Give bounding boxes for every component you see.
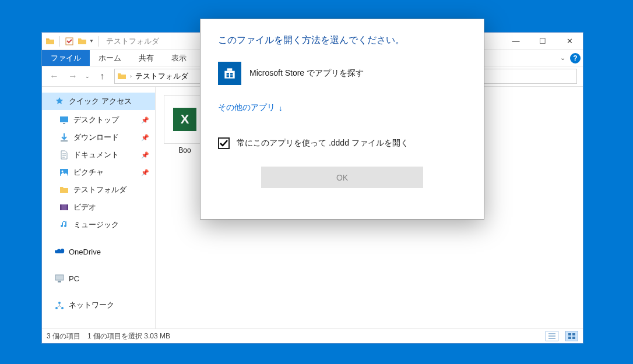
svg-point-12 <box>61 307 64 309</box>
sidebar-item-label: ミュージック <box>73 220 119 230</box>
folder-small-icon[interactable] <box>78 37 87 46</box>
window-title: テストフォルダ <box>106 36 159 47</box>
onedrive-icon <box>54 248 65 256</box>
sidebar-item-label: ダウンロード <box>73 132 119 143</box>
desktop-icon <box>58 115 70 125</box>
pin-icon: 📌 <box>141 151 149 159</box>
pin-icon: 📌 <box>141 169 149 176</box>
nav-back-icon[interactable]: ← <box>48 71 61 82</box>
sidebar-item-pictures[interactable]: ピクチャ 📌 <box>42 164 155 181</box>
nav-up-icon[interactable]: ↑ <box>96 71 108 82</box>
sidebar-item-downloads[interactable]: ダウンロード 📌 <box>42 129 155 146</box>
svg-point-5 <box>62 171 64 172</box>
ms-store-icon <box>218 62 241 85</box>
svg-rect-2 <box>63 123 65 124</box>
separator <box>59 36 60 47</box>
svg-rect-15 <box>572 333 575 335</box>
sidebar-item-label: テストフォルダ <box>73 185 126 195</box>
chevron-down-icon: ↓ <box>279 104 283 112</box>
sidebar-item-videos[interactable]: ビデオ <box>42 199 155 216</box>
sidebar-item-network[interactable]: ネットワーク <box>42 296 155 314</box>
svg-point-13 <box>58 302 61 304</box>
view-details-button[interactable] <box>546 331 558 341</box>
sidebar-item-label: ビデオ <box>73 202 96 213</box>
sidebar-item-label: クイック アクセス <box>69 96 132 107</box>
folder-icon <box>58 185 70 195</box>
music-icon <box>58 220 70 229</box>
qat-dropdown-icon[interactable]: ▼ <box>89 38 94 44</box>
pin-icon: 📌 <box>141 116 149 124</box>
svg-rect-10 <box>58 281 61 282</box>
always-use-checkbox[interactable] <box>218 137 230 149</box>
svg-rect-7 <box>60 204 62 210</box>
status-item-count: 3 個の項目 <box>47 331 80 341</box>
file-label: Boo <box>164 146 205 154</box>
sidebar-item-label: ドキュメント <box>73 150 119 160</box>
store-option[interactable]: Microsoft Store でアプリを探す <box>218 59 466 87</box>
sidebar-item-label: OneDrive <box>69 248 101 256</box>
svg-rect-14 <box>568 333 571 335</box>
dialog-heading: このファイルを開く方法を選んでください。 <box>218 34 466 47</box>
svg-rect-1 <box>60 116 68 122</box>
close-button[interactable]: ✕ <box>556 33 583 50</box>
pin-icon: 📌 <box>141 134 149 142</box>
folder-icon <box>45 37 55 46</box>
svg-rect-16 <box>568 337 571 339</box>
more-apps-link[interactable]: その他のアプリ ↓ <box>218 103 466 113</box>
sidebar-item-onedrive[interactable]: OneDrive <box>42 243 155 260</box>
sidebar-item-testfolder[interactable]: テストフォルダ <box>42 181 155 199</box>
star-icon <box>54 97 65 106</box>
pc-icon <box>54 274 65 283</box>
sidebar-item-pc[interactable]: PC <box>42 270 155 287</box>
video-icon <box>58 203 70 212</box>
sidebar-item-label: ネットワーク <box>69 300 114 310</box>
always-use-row[interactable]: 常にこのアプリを使って .dddd ファイルを開く <box>218 137 466 149</box>
svg-point-11 <box>55 307 58 309</box>
picture-icon <box>58 168 70 177</box>
nav-recent-icon[interactable]: ⌄ <box>85 73 90 79</box>
open-with-dialog: このファイルを開く方法を選んでください。 Microsoft Store でアプ… <box>200 19 484 220</box>
ribbon-collapse-icon[interactable]: ⌄ <box>560 54 565 62</box>
minimize-button[interactable]: — <box>502 33 529 50</box>
breadcrumb-root-icon[interactable] <box>117 72 126 81</box>
sidebar-item-music[interactable]: ミュージック <box>42 216 155 234</box>
window-controls: — ☐ ✕ <box>502 33 583 50</box>
breadcrumb-separator-icon: › <box>130 73 132 79</box>
sidebar-item-label: デスクトップ <box>73 115 119 125</box>
sidebar-item-quick-access[interactable]: クイック アクセス <box>42 93 155 110</box>
statusbar: 3 個の項目 1 個の項目を選択 3.03 MB <box>42 328 583 343</box>
tab-share[interactable]: 共有 <box>130 50 163 66</box>
view-thumbnails-button[interactable] <box>565 331 578 341</box>
status-selection: 1 個の項目を選択 3.03 MB <box>87 331 170 341</box>
svg-rect-17 <box>572 337 575 339</box>
more-apps-label: その他のアプリ <box>218 103 275 113</box>
help-icon[interactable]: ? <box>570 53 581 63</box>
svg-rect-3 <box>61 140 68 142</box>
tab-home[interactable]: ホーム <box>90 50 130 66</box>
sidebar-item-label: ピクチャ <box>73 167 104 178</box>
tab-view[interactable]: 表示 <box>163 50 195 66</box>
svg-rect-8 <box>67 204 69 210</box>
properties-icon[interactable] <box>65 37 74 46</box>
sidebar: クイック アクセス デスクトップ 📌 ダウンロード 📌 ドキュメント 📌 ピクチ… <box>42 87 156 328</box>
excel-icon: X <box>173 108 196 131</box>
ok-button[interactable]: OK <box>261 167 423 188</box>
tab-file[interactable]: ファイル <box>42 50 90 66</box>
sidebar-item-label: PC <box>69 274 79 283</box>
download-icon <box>58 133 70 142</box>
separator <box>99 36 99 47</box>
always-use-label: 常にこのアプリを使って .dddd ファイルを開く <box>237 138 409 149</box>
svg-rect-9 <box>55 275 64 280</box>
document-icon <box>58 150 70 160</box>
sidebar-item-desktop[interactable]: デスクトップ 📌 <box>42 111 155 129</box>
network-icon <box>54 301 65 310</box>
breadcrumb-folder[interactable]: テストフォルダ <box>135 71 188 82</box>
sidebar-item-documents[interactable]: ドキュメント 📌 <box>42 146 155 164</box>
maximize-button[interactable]: ☐ <box>529 33 556 50</box>
store-option-label: Microsoft Store でアプリを探す <box>249 68 364 79</box>
nav-forward-icon[interactable]: → <box>66 71 79 82</box>
